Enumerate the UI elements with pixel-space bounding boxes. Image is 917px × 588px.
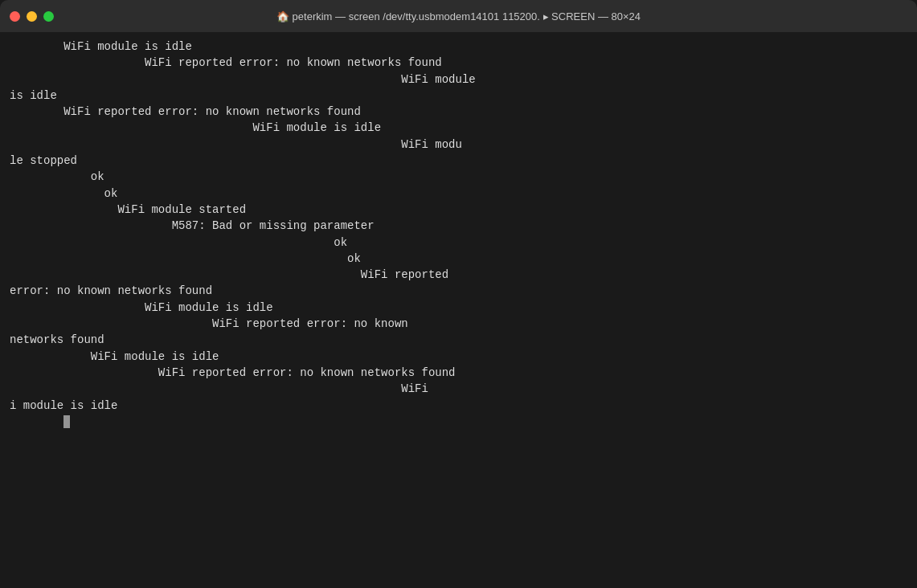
terminal-line: le stopped	[10, 153, 907, 169]
terminal-line: WiFi module is idle	[10, 39, 907, 55]
terminal-line: WiFi reported	[10, 267, 907, 283]
terminal-window: 🏠 peterkim — screen /dev/tty.usbmodem141…	[0, 0, 917, 588]
cursor-line	[10, 414, 907, 430]
terminal-line: WiFi reported error: no known networks f…	[10, 55, 907, 71]
lock-icon: 🏠	[276, 10, 289, 22]
terminal-line: WiFi	[10, 381, 907, 397]
close-button[interactable]	[10, 11, 20, 22]
terminal-line: ok	[10, 169, 907, 185]
traffic-lights	[10, 11, 54, 22]
terminal-line: WiFi reported error: no known networks f…	[10, 365, 907, 381]
terminal-line: ok	[10, 235, 907, 251]
terminal-line: WiFi module started	[10, 202, 907, 218]
terminal-line: error: no known networks found	[10, 283, 907, 299]
terminal-line: i module is idle	[10, 398, 907, 414]
terminal-line: is idle	[10, 88, 907, 104]
terminal-output[interactable]: WiFi module is idle WiFi reported error:…	[0, 32, 917, 588]
titlebar: 🏠 peterkim — screen /dev/tty.usbmodem141…	[0, 0, 917, 32]
maximize-button[interactable]	[43, 11, 54, 22]
window-title: 🏠 peterkim — screen /dev/tty.usbmodem141…	[276, 10, 641, 22]
terminal-line: M587: Bad or missing parameter	[10, 218, 907, 234]
terminal-line: networks found	[10, 332, 907, 348]
terminal-line: WiFi modu	[10, 137, 907, 153]
terminal-line: WiFi module is idle	[10, 349, 907, 365]
minimize-button[interactable]	[27, 11, 37, 22]
terminal-line: WiFi module is idle	[10, 300, 907, 316]
terminal-line: ok	[10, 186, 907, 202]
terminal-line: ok	[10, 251, 907, 267]
terminal-line: WiFi module is idle	[10, 120, 907, 136]
terminal-line: WiFi reported error: no known	[10, 316, 907, 332]
terminal-line: WiFi module	[10, 71, 907, 88]
terminal-cursor	[63, 415, 70, 428]
terminal-line: WiFi reported error: no known networks f…	[10, 104, 907, 120]
